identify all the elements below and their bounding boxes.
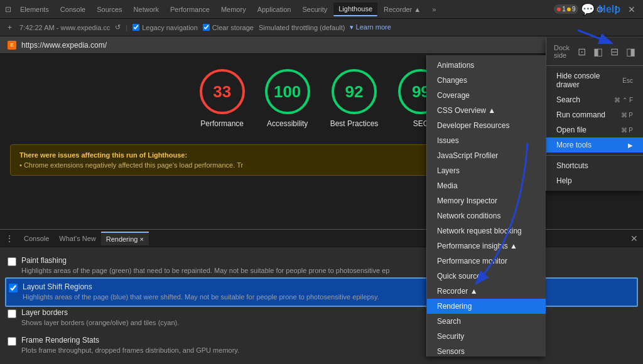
tools-performance-monitor[interactable]: Performance monitor [427,254,546,269]
drawer-tab-console[interactable]: Console [19,232,54,245]
tools-coverage[interactable]: Coverage [427,88,546,103]
tools-changes[interactable]: Changes [427,73,546,88]
shortcuts-label: Shortcuts [556,161,588,170]
drawer-menu-icon[interactable]: ⋮ [5,233,14,244]
devtools-settings-panel: Dock side ⊡ ◧ ⊟ ◨ Hide console drawer Es… [546,38,643,191]
tools-network-request-blocking[interactable]: Network request blocking [427,223,546,238]
devtools-hide-console[interactable]: Hide console drawer Esc [546,68,643,92]
tools-security[interactable]: Security [427,329,546,344]
drawer-tab-rendering[interactable]: Rendering × [101,232,149,245]
best-practices-label: Best Practices [330,119,379,129]
run-command-label: Run command [556,110,605,119]
layer-borders-checkbox[interactable] [8,309,16,318]
devtools-open-file[interactable]: Open file ⌘ P [546,122,643,137]
devtools-search[interactable]: Search ⌘ ⌃ F [546,92,643,107]
clear-storage-label[interactable]: Clear storage [203,24,254,31]
tab-sources[interactable]: Sources [92,3,127,16]
tools-issues[interactable]: Issues [427,133,546,148]
hide-console-shortcut: Esc [622,77,633,84]
tab-memory[interactable]: Memory [216,3,251,16]
tools-js-profiler[interactable]: JavaScript Profiler [427,148,546,163]
dock-left-icon[interactable]: ◧ [593,46,603,58]
tools-recorder[interactable]: Recorder ▲ [427,284,546,299]
tab-elements[interactable]: Elements [15,3,54,16]
performance-label: Performance [200,119,244,129]
tools-media[interactable]: Media [427,178,546,193]
devtools-shortcuts[interactable]: Shortcuts [546,158,643,173]
devtools-icon: ⊡ [5,5,11,14]
clear-storage-checkbox[interactable] [203,24,210,31]
tab-security[interactable]: Security [297,3,332,16]
tab-application[interactable]: Application [252,3,296,16]
tools-rendering[interactable]: Rendering [427,299,546,314]
run-command-shortcut: ⌘ P [621,112,633,119]
accessibility-value: 100 [274,82,301,102]
dock-divider [546,65,643,66]
help-label: Help [556,176,572,185]
tools-quick-source[interactable]: Quick source [427,269,546,284]
tools-performance-insights[interactable]: Performance insights ▲ [427,238,546,254]
more-tools-arrow: ▶ [628,142,633,149]
performance-value: 33 [213,82,231,102]
search-label: Search [556,95,580,104]
more-tools-label: More tools [556,141,592,149]
time-display: 7:42:22 AM - www.expedia.cc [19,24,110,31]
dock-right-icon[interactable]: ◨ [626,46,635,58]
tools-css-overview[interactable]: CSS Overview ▲ [427,103,546,118]
paint-flashing-checkbox[interactable] [8,257,16,266]
tab-performance[interactable]: Performance [165,3,215,16]
performance-circle: 33 [200,69,245,114]
hide-console-label: Hide console drawer [556,72,622,89]
accessibility-score: 100 Accessibility [265,69,310,129]
tab-lighthouse[interactable]: Lighthouse [333,3,377,16]
accessibility-label: Accessibility [267,119,308,129]
devtools-run-command[interactable]: Run command ⌘ P [546,107,643,122]
layout-shift-checkbox[interactable] [9,284,18,292]
dropdown-overlay: Dock side ⊡ ◧ ⊟ ◨ Hide console drawer Es… [417,0,643,364]
tools-layers[interactable]: Layers [427,163,546,178]
devtools-help[interactable]: Help [546,173,643,188]
tools-search[interactable]: Search [427,314,546,329]
legacy-nav-label[interactable]: Legacy navigation [132,24,198,31]
frame-rendering-checkbox[interactable] [8,337,16,346]
drawer-tab-whats-new[interactable]: What's New [54,232,100,245]
legacy-nav-checkbox[interactable] [132,24,139,31]
favicon: E [8,41,16,50]
tools-sensors[interactable]: Sensors [427,344,546,356]
clear-storage-text: Clear storage [212,24,254,31]
open-file-shortcut: ⌘ P [621,127,633,134]
tools-developer-resources[interactable]: Developer Resources [427,118,546,133]
tools-animations[interactable]: Animations [427,58,546,73]
tab-console[interactable]: Console [55,3,90,16]
tools-network-conditions[interactable]: Network conditions [427,208,546,223]
learn-more-link[interactable]: ▾ Learn more [350,23,391,31]
dock-side-section: Dock side ⊡ ◧ ⊟ ◨ [546,40,643,63]
best-practices-score: 92 Best Practices [330,69,379,129]
devtools-more-tools[interactable]: More tools ▶ [546,137,643,153]
open-file-label: Open file [556,126,586,134]
more-tools-divider [546,155,643,156]
tools-memory-inspector[interactable]: Memory Inspector [427,193,546,208]
best-practices-circle: 92 [332,69,377,114]
refresh-icon[interactable]: ↺ [115,23,121,31]
tab-network[interactable]: Network [129,3,164,16]
best-practices-value: 92 [345,82,364,102]
search-shortcut: ⌘ ⌃ F [614,97,633,104]
dock-undock-icon[interactable]: ⊡ [578,46,586,58]
add-button[interactable]: + [5,21,14,35]
url-display: https://www.expedia.com/ [21,41,107,50]
dock-bottom-icon[interactable]: ⊟ [610,46,619,58]
dock-side-label: Dock side [554,44,570,59]
accessibility-circle: 100 [265,69,310,114]
legacy-nav-text: Legacy navigation [142,24,198,31]
throttling-text: Simulated throttling (default) [259,24,345,31]
more-tools-submenu: Animations Changes Coverage CSS Overview… [426,55,546,356]
performance-score: 33 Performance [200,69,245,129]
